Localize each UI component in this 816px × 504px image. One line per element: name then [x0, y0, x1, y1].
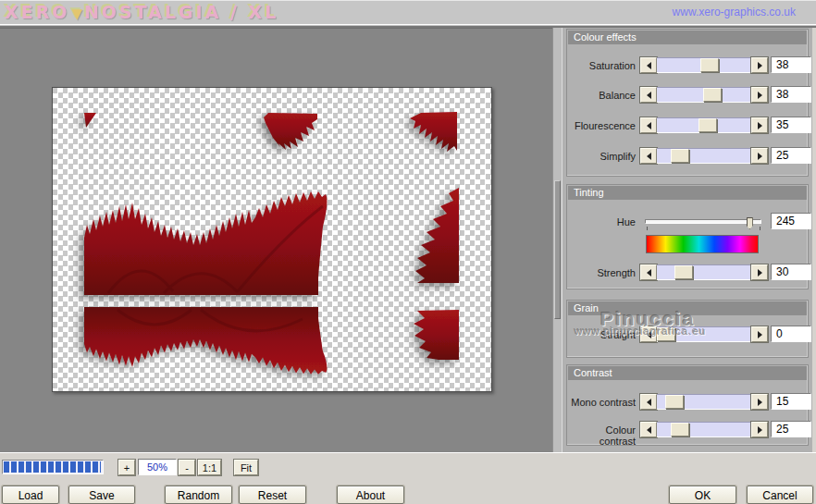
- mono-contrast-decrement-button[interactable]: [640, 394, 657, 410]
- simplify-thumb[interactable]: [671, 149, 689, 163]
- straight-thumb[interactable]: [657, 327, 675, 341]
- colour-contrast-increment-button[interactable]: [751, 422, 768, 437]
- cancel-button[interactable]: Cancel: [747, 486, 813, 504]
- saturation-label: Saturation: [569, 60, 636, 71]
- saturation-increment-button[interactable]: [751, 57, 768, 73]
- website-url: www.xero-graphics.co.uk: [673, 6, 796, 18]
- zoom-in-button[interactable]: +: [118, 460, 135, 475]
- right-arrow-icon: [758, 153, 766, 160]
- hue-tick-start: [647, 227, 648, 230]
- straight-decrement-button[interactable]: [640, 326, 657, 342]
- strength-decrement-button[interactable]: [640, 264, 657, 280]
- straight-increment-button[interactable]: [751, 326, 768, 342]
- balance-slider[interactable]: [657, 87, 751, 103]
- saturation-decrement-button[interactable]: [640, 57, 657, 73]
- logo-text-left: XERO: [5, 2, 69, 22]
- straight-value[interactable]: 0: [771, 326, 811, 342]
- balance-thumb[interactable]: [703, 88, 722, 102]
- zoom-out-button[interactable]: -: [179, 460, 195, 475]
- hue-label: Hue: [569, 216, 636, 227]
- preview-canvas[interactable]: [0, 28, 552, 452]
- section-tinting: Tinting Hue 245 Strength 30: [566, 184, 809, 289]
- mono-contrast-slider[interactable]: [657, 394, 751, 410]
- logo-text-right: NOSTALGIA / XL: [84, 2, 278, 22]
- section-grain: Grain Pinuccia www.pinucciagrafica.eu St…: [566, 300, 809, 358]
- mono-contrast-increment-button[interactable]: [751, 394, 768, 410]
- zoom-fit-button[interactable]: Fit: [234, 460, 258, 475]
- flourescence-thumb[interactable]: [699, 118, 717, 132]
- strength-value[interactable]: 30: [771, 264, 811, 280]
- section-contrast: Contrast Mono contrast 15 Colour contras…: [566, 364, 809, 446]
- mono-contrast-thumb[interactable]: [665, 395, 684, 409]
- reset-button[interactable]: Reset: [239, 486, 306, 504]
- flourescence-label: Flourescence: [569, 120, 636, 131]
- strength-slider[interactable]: [657, 264, 751, 280]
- simplify-increment-button[interactable]: [751, 148, 768, 164]
- about-button[interactable]: About: [337, 486, 404, 504]
- right-arrow-icon: [758, 92, 766, 99]
- plugin-window: XERO▼NOSTALGIA / XL www.xero-graphics.co…: [0, 0, 816, 504]
- app-logo: XERO▼NOSTALGIA / XL: [5, 2, 278, 22]
- left-arrow-icon: [643, 399, 651, 406]
- saturation-value[interactable]: 38: [771, 56, 811, 73]
- right-arrow-icon: [758, 331, 766, 338]
- section-colour-effects: Colour effects Saturation 38 Balance 38 …: [566, 29, 809, 177]
- grain-header: Grain: [568, 301, 807, 315]
- random-button[interactable]: Random: [165, 486, 232, 504]
- preview-image[interactable]: [52, 87, 492, 392]
- panel-scrollbar[interactable]: [552, 28, 563, 452]
- balance-increment-button[interactable]: [751, 87, 768, 103]
- flourescence-value[interactable]: 35: [771, 117, 811, 133]
- zoom-level: 50%: [138, 459, 177, 475]
- left-arrow-icon: [643, 122, 651, 129]
- left-arrow-icon: [643, 153, 651, 160]
- simplify-value[interactable]: 25: [771, 147, 811, 164]
- feather-artwork: [53, 88, 493, 393]
- tinting-header: Tinting: [568, 186, 807, 200]
- saturation-slider[interactable]: [657, 57, 751, 73]
- mono-contrast-value[interactable]: 15: [771, 393, 811, 410]
- colour-contrast-slider[interactable]: [657, 422, 751, 437]
- right-arrow-icon: [758, 269, 766, 277]
- flourescence-decrement-button[interactable]: [640, 117, 657, 133]
- straight-label: Straight: [569, 329, 636, 340]
- flourescence-increment-button[interactable]: [751, 117, 768, 133]
- zoom-actual-size-button[interactable]: 1:1: [198, 460, 221, 475]
- simplify-decrement-button[interactable]: [640, 148, 657, 164]
- balance-decrement-button[interactable]: [640, 87, 657, 103]
- colour-effects-header: Colour effects: [568, 31, 807, 44]
- hue-slider[interactable]: [645, 219, 761, 224]
- bottom-bar: + 50% - 1:1 Fit Load Save Random Reset A…: [0, 452, 816, 504]
- simplify-slider[interactable]: [657, 148, 751, 164]
- left-arrow-icon: [643, 92, 651, 99]
- hue-thumb[interactable]: [747, 217, 753, 229]
- flourescence-slider[interactable]: [657, 117, 751, 133]
- saturation-thumb[interactable]: [700, 58, 719, 72]
- left-arrow-icon: [643, 426, 651, 434]
- balance-value[interactable]: 38: [771, 86, 811, 103]
- panel-scrollbar-thumb[interactable]: [554, 180, 561, 319]
- right-arrow-icon: [758, 399, 766, 406]
- hue-spectrum-bar: [646, 235, 759, 253]
- left-arrow-icon: [643, 331, 651, 338]
- controls-panel: Colour effects Saturation 38 Balance 38 …: [563, 28, 812, 452]
- simplify-label: Simplify: [569, 151, 636, 162]
- strength-thumb[interactable]: [674, 265, 693, 279]
- right-arrow-icon: [758, 426, 766, 434]
- ok-button[interactable]: OK: [669, 486, 736, 504]
- colour-contrast-thumb[interactable]: [671, 423, 689, 436]
- colour-contrast-value[interactable]: 25: [771, 421, 811, 437]
- left-arrow-icon: [643, 269, 651, 277]
- straight-slider[interactable]: [657, 326, 751, 342]
- colour-contrast-decrement-button[interactable]: [640, 422, 657, 437]
- titlebar: XERO▼NOSTALGIA / XL www.xero-graphics.co…: [0, 0, 816, 24]
- strength-increment-button[interactable]: [751, 264, 768, 280]
- load-button[interactable]: Load: [2, 486, 59, 504]
- save-button[interactable]: Save: [68, 486, 135, 504]
- right-arrow-icon: [758, 122, 766, 129]
- progress-fill: [4, 461, 101, 473]
- balance-label: Balance: [569, 90, 636, 101]
- right-arrow-icon: [758, 62, 766, 69]
- hue-value[interactable]: 245: [771, 213, 811, 229]
- strength-label: Strength: [569, 267, 636, 278]
